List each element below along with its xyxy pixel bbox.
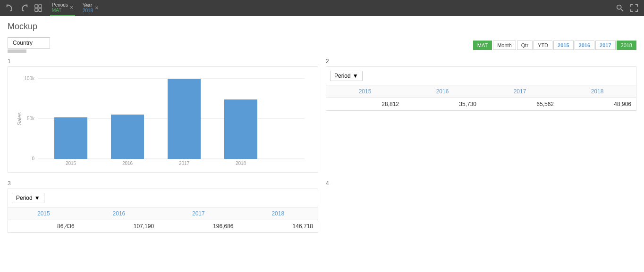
- bar-chart: Sales 100k 50k 0 2015 2016: [13, 72, 313, 166]
- table3-val-2018: 146,718: [238, 220, 318, 233]
- search-icon-button[interactable]: [614, 2, 626, 14]
- table2-col-2016: 2016: [404, 85, 481, 98]
- bar-2018: [224, 99, 257, 159]
- svg-text:50k: 50k: [27, 116, 35, 121]
- country-scrollbar[interactable]: [8, 49, 26, 53]
- year-tab[interactable]: Year 2018 ×: [81, 0, 100, 16]
- periods-tab-label: Periods: [52, 2, 68, 8]
- chart-container: Sales 100k 50k 0 2015 2016: [8, 66, 318, 173]
- year-tab-label: Year: [83, 3, 93, 8]
- table3-col-2016: 2016: [79, 207, 159, 220]
- ytd-button[interactable]: YTD: [534, 41, 552, 50]
- table3-col-2017: 2017: [159, 207, 238, 220]
- qtr-button[interactable]: Qtr: [517, 41, 533, 50]
- period-dropdown-2-arrow: ▼: [353, 73, 358, 79]
- period-dropdown-3-arrow: ▼: [34, 195, 40, 201]
- page-title: Mockup: [8, 22, 636, 32]
- mat-button[interactable]: MAT: [473, 41, 492, 50]
- period-dropdown-2-label: Period: [334, 73, 351, 79]
- panel-1: 1 Sales 100k 50k 0 2015: [8, 58, 318, 173]
- page-content: Mockup Country MAT Month Qtr YTD 2015 20…: [0, 16, 644, 239]
- table3-val-2017: 196,686: [159, 220, 238, 233]
- month-button[interactable]: Month: [493, 41, 516, 50]
- svg-text:2017: 2017: [179, 161, 190, 166]
- table3-val-2015: 86,436: [8, 220, 79, 233]
- svg-text:2015: 2015: [66, 161, 76, 166]
- svg-rect-1: [39, 5, 42, 8]
- svg-line-5: [621, 9, 623, 11]
- svg-text:0: 0: [32, 156, 34, 161]
- table-2: 2015 2016 2017 2018 28,812 35,730 65,562…: [326, 85, 636, 110]
- panel-4: 4: [326, 180, 636, 233]
- year-2017-button[interactable]: 2017: [595, 41, 615, 50]
- table2-col-2018: 2018: [559, 85, 636, 98]
- svg-rect-0: [35, 5, 38, 8]
- y-axis-label: Sales: [17, 112, 22, 125]
- year-2015-button[interactable]: 2015: [553, 41, 573, 50]
- panel-2: 2 Period ▼ 2015 2016 2017 2018: [326, 58, 636, 173]
- section-3-label: 3: [8, 180, 318, 187]
- panel-3: 3 Period ▼ 2015 2016 2017 2018: [8, 180, 318, 233]
- table-3: 2015 2016 2017 2018 86,436 107,190 196,6…: [8, 207, 318, 232]
- periods-tab-sublabel: MAT: [52, 8, 68, 13]
- svg-rect-2: [35, 8, 38, 11]
- content-grid: 1 Sales 100k 50k 0 2015: [8, 58, 636, 233]
- year-tab-close[interactable]: ×: [95, 5, 98, 11]
- year-tab-sublabel: 2018: [83, 8, 93, 13]
- table2-val-2016: 35,730: [404, 98, 481, 111]
- table-3-panel: Period ▼ 2015 2016 2017 2018 8: [8, 189, 318, 233]
- period-dropdown-3[interactable]: Period ▼: [12, 193, 44, 203]
- svg-rect-3: [39, 8, 42, 11]
- table3-col-2018: 2018: [238, 207, 318, 220]
- table-2-panel: Period ▼ 2015 2016 2017 2018 2: [326, 66, 636, 111]
- country-filter-button[interactable]: Country: [8, 37, 50, 49]
- table3-val-2016: 107,190: [79, 220, 159, 233]
- section-4-label: 4: [326, 180, 636, 187]
- periods-tab-close[interactable]: ×: [70, 5, 73, 10]
- bar-2015: [54, 117, 87, 159]
- table-row: 28,812 35,730 65,562 48,906: [326, 98, 636, 111]
- table2-val-2017: 65,562: [481, 98, 559, 111]
- filter-row: Country MAT Month Qtr YTD 2015 2016 2017…: [8, 37, 636, 53]
- table2-col-2015: 2015: [326, 85, 404, 98]
- period-dropdown-2[interactable]: Period ▼: [330, 71, 363, 81]
- section-2-label: 2: [326, 58, 636, 65]
- period-dropdown-3-label: Period: [16, 195, 33, 201]
- country-label: Country: [13, 40, 33, 46]
- svg-point-4: [617, 5, 621, 9]
- table-row: 86,436 107,190 196,686 146,718: [8, 220, 318, 233]
- redo-button[interactable]: [18, 2, 30, 14]
- table2-col-2017: 2017: [481, 85, 559, 98]
- toolbar: Periods MAT × Year 2018 ×: [0, 0, 644, 16]
- svg-text:2016: 2016: [122, 161, 133, 166]
- section-1-label: 1: [8, 58, 318, 65]
- year-2018-button[interactable]: 2018: [617, 41, 636, 50]
- svg-text:2018: 2018: [236, 161, 246, 166]
- bar-2016: [111, 115, 144, 159]
- period-buttons: MAT Month Qtr YTD 2015 2016 2017 2018: [473, 41, 636, 50]
- undo-button[interactable]: [4, 2, 16, 14]
- table2-val-2018: 48,906: [559, 98, 636, 111]
- select-button[interactable]: [32, 2, 44, 14]
- periods-tab[interactable]: Periods MAT ×: [50, 0, 75, 16]
- svg-text:100k: 100k: [24, 76, 35, 81]
- year-2016-button[interactable]: 2016: [575, 41, 594, 50]
- bar-2017: [168, 79, 201, 159]
- table2-val-2015: 28,812: [326, 98, 404, 111]
- expand-icon-button[interactable]: [628, 2, 640, 14]
- table3-col-2015: 2015: [8, 207, 79, 220]
